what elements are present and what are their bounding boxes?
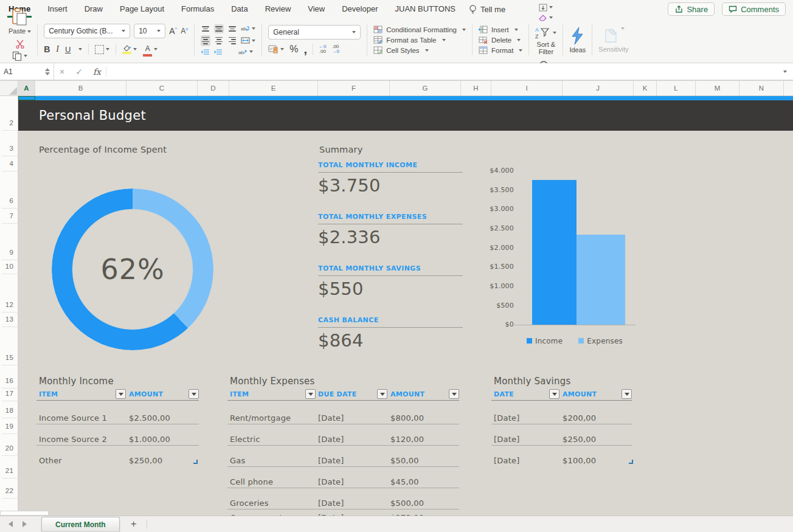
delete-cells-button[interactable]: Delete — [479, 36, 522, 44]
worksheet[interactable]: 2 3 4 6 7 9 10 12 13 15 16 17 18 19 20 2… — [0, 96, 793, 516]
cell[interactable]: Cell phone — [230, 477, 273, 486]
decrease-indent-button[interactable] — [201, 49, 210, 55]
tell-me[interactable]: Tell me — [469, 5, 505, 14]
column-header-i[interactable]: I — [491, 81, 563, 95]
cell[interactable]: Income Source 1 — [39, 413, 107, 423]
bold-button[interactable]: B — [44, 44, 50, 54]
column-header-l[interactable]: L — [657, 81, 696, 95]
align-top-button[interactable] — [201, 24, 210, 33]
summary-expenses[interactable]: TOTAL MONTHLY EXPENSES $2.336 — [318, 213, 463, 247]
comma-style-button[interactable]: , — [304, 46, 308, 52]
income-bar[interactable] — [532, 180, 577, 325]
row-header[interactable]: 19 — [0, 423, 18, 432]
menu-tab-developer[interactable]: Developer — [341, 1, 379, 18]
column-header-g[interactable]: G — [390, 81, 461, 95]
cell[interactable]: $45,00 — [390, 477, 419, 486]
cell[interactable]: $2.500,00 — [129, 413, 170, 423]
autosum-button[interactable]: Σ — [539, 0, 553, 1]
expenses-bar[interactable] — [577, 235, 625, 325]
row-header[interactable]: 7 — [0, 212, 18, 222]
clear-button[interactable] — [539, 14, 553, 21]
cell[interactable]: [Date] — [318, 499, 344, 508]
filter-dropdown-icon[interactable] — [449, 389, 459, 399]
increase-decimal-button[interactable]: ←0.00 — [319, 44, 326, 54]
format-as-table-button[interactable]: Format as Table — [373, 36, 466, 44]
percent-style-button[interactable]: % — [289, 44, 298, 55]
cell[interactable]: $500,00 — [390, 499, 424, 508]
copy-button[interactable] — [12, 51, 27, 61]
decrease-decimal-button[interactable]: .00→0 — [332, 44, 339, 54]
row-header[interactable]: 22 — [0, 487, 18, 497]
decrease-font-icon[interactable]: Av — [181, 26, 188, 35]
cell-styles-button[interactable]: Cell Styles — [373, 46, 466, 54]
row-header[interactable]: 9 — [0, 249, 18, 258]
number-format-select[interactable]: General — [268, 25, 361, 40]
font-name-select[interactable]: Century Gothic (B... — [44, 24, 130, 38]
cell[interactable]: Electric — [230, 435, 260, 444]
sheet-tab-current-month[interactable]: Current Month — [41, 517, 120, 531]
column-header-n[interactable]: N — [739, 81, 784, 95]
menu-tab-data[interactable]: Data — [230, 1, 249, 18]
monthly-expenses-table[interactable]: Monthly Expenses ITEM DUE DATE AMOUNT Re… — [227, 376, 460, 516]
summary-income[interactable]: TOTAL MONTHLY INCOME $3.750 — [318, 161, 463, 196]
table-resize-handle[interactable] — [629, 460, 633, 464]
cell[interactable]: Rent/mortgage — [230, 413, 291, 423]
row-header[interactable]: 20 — [0, 444, 18, 454]
sort-filter-button[interactable]: AZ Sort &Filter — [535, 26, 556, 55]
formula-input[interactable] — [106, 63, 775, 80]
align-center-button[interactable] — [214, 35, 224, 46]
cell[interactable]: [Date] — [318, 413, 344, 423]
select-all-corner[interactable] — [0, 81, 18, 95]
cell[interactable]: $100,00 — [563, 456, 596, 465]
filter-dropdown-icon[interactable] — [377, 389, 387, 399]
column-header-h[interactable]: H — [461, 81, 491, 95]
menu-tab-draw[interactable]: Draw — [83, 1, 104, 18]
align-middle-button[interactable] — [214, 24, 224, 33]
row-header[interactable]: 10 — [0, 263, 18, 272]
row-header[interactable]: 15 — [0, 354, 18, 364]
confirm-icon[interactable]: ✓ — [70, 67, 88, 77]
borders-button[interactable] — [95, 45, 109, 54]
column-header-d[interactable]: D — [198, 81, 229, 95]
column-header-f[interactable]: F — [318, 81, 390, 95]
monthly-income-table[interactable]: Monthly Income ITEM AMOUNT Income Source… — [36, 376, 201, 516]
horizontal-scrollbar-thumb[interactable] — [0, 511, 49, 516]
share-button[interactable]: Share — [668, 2, 715, 16]
menu-tab-page-layout[interactable]: Page Layout — [119, 1, 165, 18]
cell[interactable]: [Date] — [494, 435, 519, 444]
cell[interactable]: [Date] — [318, 477, 344, 486]
name-box-stepper[interactable] — [45, 63, 54, 80]
column-header-e[interactable]: E — [229, 81, 318, 95]
cell[interactable]: $800,00 — [390, 413, 424, 423]
merge-center-button[interactable] — [241, 36, 255, 44]
add-sheet-button[interactable]: + — [131, 518, 137, 530]
row-header[interactable]: 6 — [0, 197, 18, 207]
prev-sheet-icon[interactable] — [9, 521, 13, 527]
paste-button[interactable]: Paste — [9, 8, 31, 35]
menu-tab-review[interactable]: Review — [264, 1, 293, 18]
accounting-format-button[interactable]: cr — [268, 45, 284, 54]
fill-button[interactable] — [539, 4, 553, 12]
next-sheet-icon[interactable] — [23, 521, 27, 527]
bar-chart[interactable] — [514, 171, 635, 325]
title-banner[interactable]: Personal Budget — [18, 100, 793, 131]
insert-function-button[interactable]: fx — [88, 67, 106, 77]
wrap-text-button[interactable]: ab — [241, 25, 255, 33]
cell[interactable]: [Date] — [494, 413, 519, 423]
filter-dropdown-icon[interactable] — [305, 389, 316, 399]
row-header[interactable]: 18 — [0, 407, 18, 416]
filter-dropdown-icon[interactable] — [116, 389, 126, 399]
cell[interactable]: [Date] — [318, 435, 344, 444]
column-header-m[interactable]: M — [696, 81, 739, 95]
cell[interactable]: [Date] — [318, 456, 344, 465]
menu-tab-insert[interactable]: Insert — [46, 1, 69, 18]
column-header-c[interactable]: C — [126, 81, 198, 95]
row-header[interactable]: 12 — [0, 301, 18, 311]
font-color-button[interactable]: A — [143, 43, 158, 57]
cell[interactable]: $50,00 — [390, 456, 419, 465]
italic-button[interactable]: I — [56, 44, 59, 54]
filter-dropdown-icon[interactable] — [622, 389, 632, 399]
active-cell-a1[interactable] — [18, 96, 35, 100]
name-box[interactable] — [0, 63, 45, 80]
column-header-a[interactable]: A — [18, 81, 35, 95]
